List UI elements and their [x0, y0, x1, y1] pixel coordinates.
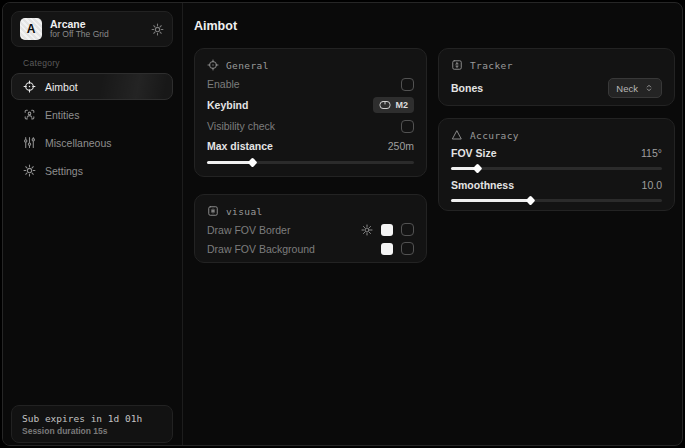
- card-title: visual: [226, 206, 263, 217]
- max-distance-label: Max distance: [207, 140, 273, 152]
- enable-label: Enable: [207, 78, 240, 90]
- visibility-check-label: Visibility check: [207, 120, 275, 132]
- fov-size-slider[interactable]: [451, 163, 662, 169]
- sub-expires-text: Sub expires in 1d 01h: [22, 413, 162, 424]
- tracker-icon: [451, 59, 463, 71]
- logo-card[interactable]: A Arcane for Off The Grid: [11, 11, 173, 47]
- fov-border-checkbox[interactable]: [401, 223, 414, 236]
- bones-label: Bones: [451, 82, 483, 94]
- slider-fill: [451, 167, 478, 170]
- sidebar-item-settings[interactable]: Settings: [11, 157, 173, 184]
- slider-track: [451, 167, 662, 170]
- visual-card: visual Draw FOV Border Draw FOV Back: [194, 194, 427, 263]
- keybind-row: Keybind M2: [207, 97, 414, 113]
- session-duration-text: Session duration 15s: [22, 426, 162, 436]
- sliders-icon: [23, 136, 36, 149]
- max-distance-slider[interactable]: [207, 157, 414, 166]
- gear-icon: [23, 164, 36, 177]
- subscription-card: Sub expires in 1d 01h Session duration 1…: [11, 405, 173, 443]
- angle-icon: [451, 129, 463, 141]
- card-title: Accuracy: [470, 130, 519, 141]
- tracker-card-header: Tracker: [451, 59, 662, 71]
- general-card-header: General: [207, 59, 414, 71]
- app-subtitle: for Off The Grid: [50, 30, 143, 40]
- chevrons-up-down-icon: [644, 83, 654, 93]
- max-distance-value: 250m: [388, 140, 414, 152]
- keybind-button[interactable]: M2: [373, 97, 414, 113]
- keybind-value: M2: [395, 100, 408, 110]
- fov-background-color-swatch[interactable]: [381, 243, 393, 255]
- app-logo: A: [20, 18, 42, 40]
- smoothness-row: Smoothness 10.0: [451, 179, 662, 191]
- card-title: General: [226, 60, 269, 71]
- smoothness-slider[interactable]: [451, 195, 662, 201]
- bones-row: Bones Neck: [451, 79, 662, 97]
- fov-border-controls: [361, 223, 414, 236]
- enable-checkbox[interactable]: [401, 78, 414, 91]
- sidebar-nav: Aimbot Entities Miscella: [11, 73, 173, 184]
- app-identity: Arcane for Off The Grid: [50, 18, 143, 40]
- main-content: Aimbot General Enable Keybind: [183, 3, 682, 445]
- sidebar: A Arcane for Off The Grid Category: [3, 3, 183, 445]
- sidebar-item-entities[interactable]: Entities: [11, 101, 173, 128]
- visual-card-header: visual: [207, 205, 414, 217]
- bones-select[interactable]: Neck: [608, 78, 662, 98]
- fov-size-row: FOV Size 115°: [451, 147, 662, 159]
- fov-size-value: 115°: [641, 147, 662, 159]
- fov-size-label: FOV Size: [451, 147, 497, 159]
- visibility-check-row: Visibility check: [207, 119, 414, 133]
- bones-selected-value: Neck: [616, 83, 638, 94]
- fov-border-color-swatch[interactable]: [381, 224, 393, 236]
- fov-background-row: Draw FOV Background: [207, 242, 414, 255]
- fov-background-controls: [381, 242, 414, 255]
- tracker-card: Tracker Bones Neck: [438, 48, 675, 106]
- accuracy-card: Accuracy FOV Size 115° Smoothness 10.0: [438, 118, 675, 211]
- category-label: Category: [23, 58, 60, 68]
- sidebar-item-miscellaneous[interactable]: Miscellaneous: [11, 129, 173, 156]
- smoothness-value: 10.0: [642, 179, 662, 191]
- fov-background-checkbox[interactable]: [401, 242, 414, 255]
- max-distance-row: Max distance 250m: [207, 139, 414, 153]
- card-title: Tracker: [470, 60, 513, 71]
- app-window: A Arcane for Off The Grid Category: [2, 2, 683, 446]
- gear-icon[interactable]: [151, 23, 164, 36]
- keybind-label: Keybind: [207, 99, 248, 111]
- enable-row: Enable: [207, 77, 414, 91]
- slider-thumb[interactable]: [247, 158, 257, 168]
- slider-fill: [451, 199, 531, 202]
- sidebar-item-label: Aimbot: [45, 81, 78, 93]
- sidebar-item-label: Settings: [45, 165, 83, 177]
- fov-border-label: Draw FOV Border: [207, 224, 290, 236]
- smoothness-label: Smoothness: [451, 179, 514, 191]
- crosshair-icon: [207, 59, 219, 71]
- slider-fill: [207, 161, 253, 164]
- sidebar-item-label: Entities: [45, 109, 79, 121]
- visual-icon: [207, 205, 219, 217]
- fov-border-row: Draw FOV Border: [207, 223, 414, 236]
- sidebar-item-label: Miscellaneous: [45, 137, 112, 149]
- fov-background-label: Draw FOV Background: [207, 243, 315, 255]
- mouse-icon: [379, 100, 391, 110]
- page-title: Aimbot: [194, 19, 237, 33]
- entities-scan-icon: [23, 108, 36, 121]
- visibility-check-checkbox[interactable]: [401, 120, 414, 133]
- slider-thumb[interactable]: [473, 164, 483, 174]
- crosshair-icon: [23, 80, 36, 93]
- general-card: General Enable Keybind M2 Visib: [194, 48, 427, 177]
- sidebar-item-aimbot[interactable]: Aimbot: [11, 73, 173, 100]
- gear-icon[interactable]: [361, 224, 373, 236]
- accuracy-card-header: Accuracy: [451, 129, 662, 141]
- slider-thumb[interactable]: [526, 195, 536, 205]
